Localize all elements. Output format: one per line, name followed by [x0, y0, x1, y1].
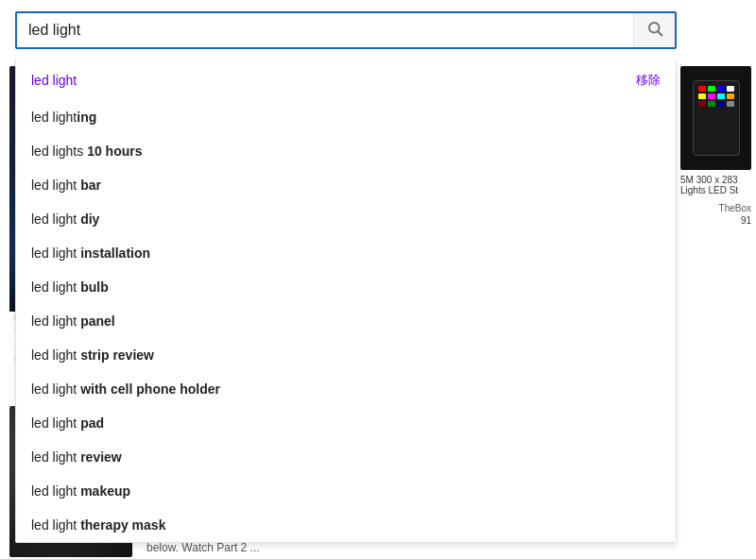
dropdown-item-led-light-strip-review[interactable]: led light strip review	[16, 338, 676, 372]
dropdown-item-text-led-lights-10hours: led lights 10 hours	[31, 144, 143, 159]
remove-button-led-light[interactable]: 移除	[636, 72, 661, 89]
dropdown-item-led-light-makeup[interactable]: led light makeup	[16, 474, 676, 508]
dropdown-item-text-led-light-installation: led light installation	[31, 246, 150, 261]
dropdown-item-led-light-panel[interactable]: led light panel	[16, 304, 676, 338]
dropdown-item-led-light-review[interactable]: led light review	[16, 440, 676, 474]
bg-bottom-text2: below. Watch Part 2 ...	[146, 541, 260, 554]
dropdown-item-text-led-light-strip-review: led light strip review	[31, 347, 154, 363]
dropdown-item-text-led-light-cell-phone-holder: led light with cell phone holder	[31, 381, 220, 397]
dropdown-item-text-led-light-therapy-mask: led light therapy mask	[31, 517, 165, 533]
dropdown-item-led-light-bar[interactable]: led light bar	[16, 168, 676, 202]
svg-point-0	[649, 23, 660, 33]
dropdown-item-led-light-diy[interactable]: led light diy	[16, 202, 676, 236]
svg-line-1	[658, 31, 662, 35]
dropdown-item-text-led-light-review: led light review	[31, 449, 122, 465]
dropdown-item-text-led-light-pad: led light pad	[31, 415, 104, 431]
dropdown-item-led-light-cell-phone-holder[interactable]: led light with cell phone holder	[16, 372, 676, 406]
search-icon	[646, 20, 663, 42]
dropdown-item-led-lighting[interactable]: led lighting	[16, 100, 676, 134]
dropdown-item-text-led-light-panel: led light panel	[31, 313, 115, 329]
dropdown-item-text-led-light-makeup: led light makeup	[31, 483, 130, 499]
search-container: led light 移除 led lighting led lights 10 …	[0, 0, 756, 543]
dropdown-item-led-light-pad[interactable]: led light pad	[16, 406, 676, 440]
dropdown-item-led-light[interactable]: led light 移除	[16, 60, 676, 100]
dropdown-item-led-light-therapy-mask[interactable]: led light therapy mask	[16, 508, 676, 542]
dropdown-item-text-led-light: led light	[31, 73, 77, 88]
dropdown-item-led-lights-10hours[interactable]: led lights 10 hours	[16, 134, 676, 168]
search-input[interactable]	[17, 22, 633, 39]
search-bar-wrapper	[0, 0, 756, 60]
dropdown-item-text-led-light-bar: led light bar	[31, 178, 101, 193]
search-dropdown: led light 移除 led lighting led lights 10 …	[15, 60, 677, 543]
dropdown-item-text-led-light-bulb: led light bulb	[31, 280, 109, 295]
dropdown-item-text-led-light-diy: led light diy	[31, 212, 99, 227]
dropdown-item-led-light-installation[interactable]: led light installation	[16, 236, 676, 270]
dropdown-item-text-led-lighting: led lighting	[31, 110, 96, 125]
search-input-box	[15, 11, 677, 49]
search-button[interactable]	[633, 11, 675, 49]
dropdown-item-led-light-bulb[interactable]: led light bulb	[16, 270, 676, 304]
